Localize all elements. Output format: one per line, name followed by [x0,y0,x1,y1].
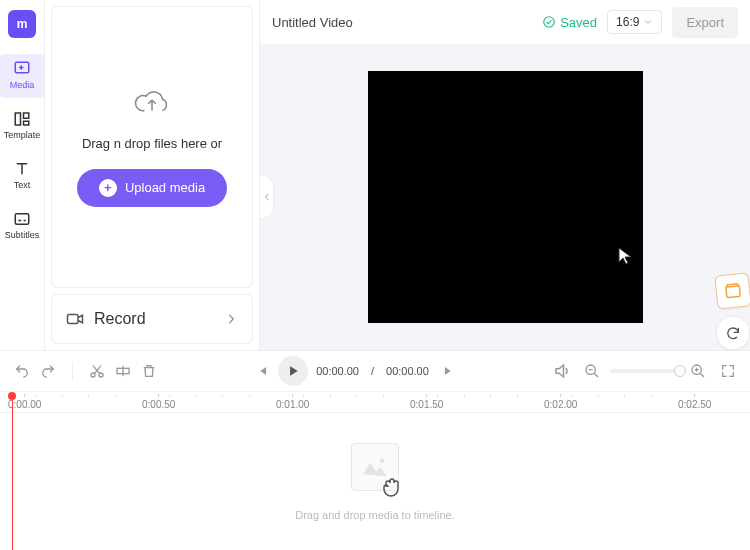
project-title[interactable]: Untitled Video [272,15,532,30]
chevron-right-icon [224,312,238,326]
stickers-tool[interactable] [714,272,750,309]
export-button[interactable]: Export [672,7,738,38]
nav-template[interactable]: Template [0,104,44,148]
preview-canvas [260,44,750,350]
media-drop-zone[interactable]: Drag n drop files here or + Upload media [51,6,253,288]
template-icon [13,110,31,128]
delete-button[interactable] [137,359,161,383]
svg-rect-5 [68,315,79,324]
drop-text: Drag n drop files here or [82,136,222,151]
volume-button[interactable] [550,359,574,383]
aspect-ratio-select[interactable]: 16:9 [607,10,662,34]
app-logo[interactable]: m [8,10,36,38]
nav-subtitles[interactable]: Subtitles [0,204,44,248]
nav-template-label: Template [4,130,41,140]
skip-end-button[interactable] [437,359,461,383]
redo-button[interactable] [36,359,60,383]
timeline-drop-thumbnail[interactable] [351,443,399,491]
record-button[interactable]: Record [51,294,253,344]
split-button[interactable] [111,359,135,383]
ruler-tick: 0:02.00 [544,394,577,410]
upload-media-button[interactable]: + Upload media [77,169,227,207]
nav-media[interactable]: Media [0,54,44,98]
timeline-ruler[interactable]: 0:00.000:00.500:01.000:01.500:02.000:02.… [0,391,750,413]
media-panel-icon [13,60,31,78]
nav-subtitles-label: Subtitles [5,230,40,240]
svg-rect-3 [24,121,29,125]
zoom-in-button[interactable] [686,359,710,383]
nav-text[interactable]: Text [0,154,44,198]
playhead[interactable] [8,392,16,550]
ruler-tick: 0:01.00 [276,394,309,410]
fit-timeline-button[interactable] [716,359,740,383]
grab-cursor-icon [376,476,406,500]
time-separator: / [371,365,374,377]
chevron-down-icon [643,17,653,27]
zoom-slider[interactable] [610,369,680,373]
history-group [10,359,60,383]
play-button[interactable] [278,356,308,386]
edit-group [85,359,161,383]
cloud-upload-icon [134,88,170,118]
subtitles-icon [13,210,31,228]
cut-button[interactable] [85,359,109,383]
plus-icon: + [99,179,117,197]
nav-media-label: Media [10,80,35,90]
svg-rect-4 [15,214,29,225]
timeline-hint: Drag and drop media to timeline. [295,509,455,521]
timeline-track[interactable]: Drag and drop media to timeline. [0,413,750,550]
text-icon [13,160,31,178]
svg-rect-7 [726,286,741,298]
aspect-value: 16:9 [616,15,639,29]
svg-rect-1 [15,113,20,125]
current-time: 00:00.00 [316,365,359,377]
record-label: Record [94,310,146,328]
svg-point-13 [380,458,385,463]
ruler-tick: 0:01.50 [410,394,443,410]
ruler-tick: 0:00.50 [142,394,175,410]
panel-collapse-handle[interactable] [260,175,274,219]
zoom-out-button[interactable] [580,359,604,383]
svg-point-6 [544,17,555,28]
video-preview[interactable] [368,71,643,323]
saved-status: Saved [542,15,597,30]
svg-rect-2 [24,113,29,118]
undo-button[interactable] [10,359,34,383]
check-circle-icon [542,15,556,29]
ruler-tick: 0:02.50 [678,394,711,410]
nav-text-label: Text [14,180,31,190]
total-time: 00:00.00 [386,365,429,377]
skip-start-button[interactable] [250,359,274,383]
logo-glyph: m [17,17,28,31]
upload-label: Upload media [125,180,205,195]
camera-icon [66,310,84,328]
refresh-tool[interactable] [716,316,750,350]
